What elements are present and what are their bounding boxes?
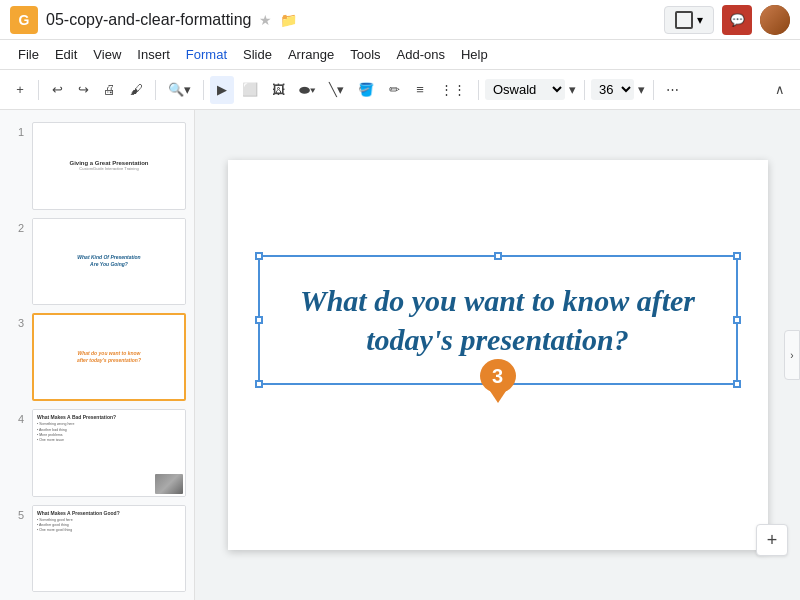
step-number: 3 xyxy=(480,359,516,393)
title-bar-left: G 05-copy-and-clear-formatting ★ 📁 xyxy=(10,6,664,34)
slide-item-5[interactable]: 5 What Makes A Presentation Good? • Some… xyxy=(0,501,194,597)
image-button[interactable]: 🖼 xyxy=(266,76,291,104)
title-bar: G 05-copy-and-clear-formatting ★ 📁 ▾ 💬 xyxy=(0,0,800,40)
handle-top-center[interactable] xyxy=(494,252,502,260)
handle-bottom-right[interactable] xyxy=(733,380,741,388)
slide-num-2: 2 xyxy=(8,222,24,234)
slide2-text: What Kind Of PresentationAre You Going? xyxy=(77,254,140,268)
fill-button[interactable]: 🪣 xyxy=(352,76,380,104)
font-dropdown-arrow[interactable]: ▾ xyxy=(567,82,578,97)
handle-left-center[interactable] xyxy=(255,316,263,324)
comments-button[interactable]: 💬 xyxy=(722,5,752,35)
menu-addons[interactable]: Add-ons xyxy=(389,45,453,64)
user-avatar[interactable] xyxy=(760,5,790,35)
lines-align-button[interactable]: ≡ xyxy=(408,76,432,104)
more-toolbar-button[interactable]: ⋯ xyxy=(660,76,685,104)
collapse-toolbar-button[interactable]: ∧ xyxy=(768,76,792,104)
redo-button[interactable]: ↪ xyxy=(71,76,95,104)
toolbar-separator-6 xyxy=(653,80,654,100)
slide-item-2[interactable]: 2 What Kind Of PresentationAre You Going… xyxy=(0,214,194,310)
handle-bottom-left[interactable] xyxy=(255,380,263,388)
slide-item-4[interactable]: 4 What Makes A Bad Presentation? • Somet… xyxy=(0,405,194,501)
menu-slide[interactable]: Slide xyxy=(235,45,280,64)
slide-num-3: 3 xyxy=(8,317,24,329)
menu-bar: File Edit View Insert Format Slide Arran… xyxy=(0,40,800,70)
menu-file[interactable]: File xyxy=(10,45,47,64)
present-button[interactable]: ▾ xyxy=(664,6,714,34)
menu-view[interactable]: View xyxy=(85,45,129,64)
font-selector[interactable]: Oswald xyxy=(485,79,565,100)
sidebar-toggle-button[interactable]: › xyxy=(784,330,800,380)
shapes-button[interactable]: ⬬▾ xyxy=(293,76,321,104)
paint-format-button[interactable]: 🖌 xyxy=(124,76,149,104)
slide-item-1[interactable]: 1 Giving a Great Presentation CustomGuid… xyxy=(0,118,194,214)
menu-tools[interactable]: Tools xyxy=(342,45,388,64)
slide-num-4: 4 xyxy=(8,413,24,425)
google-slides-icon: G xyxy=(10,6,38,34)
slide-num-1: 1 xyxy=(8,126,24,138)
slide1-subtitle: CustomGuide Interactive Training xyxy=(79,166,138,171)
toolbar-separator-2 xyxy=(155,80,156,100)
step-badge: 3 xyxy=(480,359,516,403)
slide-canvas[interactable]: What do you want to know after today's p… xyxy=(228,160,768,550)
print-button[interactable]: 🖨 xyxy=(97,76,122,104)
folder-icon[interactable]: 📁 xyxy=(280,12,297,28)
toolbar-separator-4 xyxy=(478,80,479,100)
slide-thumb-2[interactable]: What Kind Of PresentationAre You Going? xyxy=(32,218,186,306)
canvas-area: What do you want to know after today's p… xyxy=(195,110,800,600)
size-dropdown-arrow[interactable]: ▾ xyxy=(636,82,647,97)
document-title[interactable]: 05-copy-and-clear-formatting xyxy=(46,11,251,29)
zoom-button[interactable]: 🔍▾ xyxy=(162,76,197,104)
toolbar-separator-5 xyxy=(584,80,585,100)
menu-insert[interactable]: Insert xyxy=(129,45,178,64)
handle-top-right[interactable] xyxy=(733,252,741,260)
present-icon xyxy=(675,11,693,29)
slide-thumb-5[interactable]: What Makes A Presentation Good? • Someth… xyxy=(32,505,186,593)
present-dropdown-arrow[interactable]: ▾ xyxy=(697,13,703,27)
pen-button[interactable]: ✏ xyxy=(382,76,406,104)
toolbar: + ↩ ↪ 🖨 🖌 🔍▾ ▶ ⬜ 🖼 ⬬▾ ╲▾ 🪣 ✏ ≡ ⋮⋮ Oswald… xyxy=(0,70,800,110)
cursor-tool-button[interactable]: ▶ xyxy=(210,76,234,104)
slide3-text: What do you want to knowafter today's pr… xyxy=(77,350,141,364)
slide4-title: What Makes A Bad Presentation? xyxy=(37,414,181,420)
slide5-bullets: • Something good here• Another good thin… xyxy=(37,518,181,534)
text-box-border: What do you want to know after today's p… xyxy=(258,255,738,385)
add-button[interactable]: + xyxy=(8,76,32,104)
menu-edit[interactable]: Edit xyxy=(47,45,85,64)
star-icon[interactable]: ★ xyxy=(259,12,272,28)
slide-num-5: 5 xyxy=(8,509,24,521)
slide4-image xyxy=(155,474,183,494)
toolbar-separator-1 xyxy=(38,80,39,100)
main-content: 1 Giving a Great Presentation CustomGuid… xyxy=(0,110,800,600)
text-box-wrapper[interactable]: What do you want to know after today's p… xyxy=(258,255,738,385)
add-slide-button[interactable]: + xyxy=(756,524,788,556)
slide-main-text: What do you want to know after today's p… xyxy=(280,281,716,359)
font-size-selector[interactable]: 36 xyxy=(591,79,634,100)
slide-thumb-3[interactable]: What do you want to knowafter today's pr… xyxy=(32,313,186,401)
menu-arrange[interactable]: Arrange xyxy=(280,45,342,64)
slide-panel: 1 Giving a Great Presentation CustomGuid… xyxy=(0,110,195,600)
slide-item-3[interactable]: 3 What do you want to knowafter today's … xyxy=(0,309,194,405)
undo-button[interactable]: ↩ xyxy=(45,76,69,104)
cols-button[interactable]: ⋮⋮ xyxy=(434,76,472,104)
slide-thumb-4[interactable]: What Makes A Bad Presentation? • Somethi… xyxy=(32,409,186,497)
slide-thumb-1[interactable]: Giving a Great Presentation CustomGuide … xyxy=(32,122,186,210)
toolbar-separator-3 xyxy=(203,80,204,100)
handle-right-center[interactable] xyxy=(733,316,741,324)
title-bar-right: ▾ 💬 xyxy=(664,5,790,35)
menu-help[interactable]: Help xyxy=(453,45,496,64)
menu-format[interactable]: Format xyxy=(178,45,235,64)
handle-top-left[interactable] xyxy=(255,252,263,260)
line-button[interactable]: ╲▾ xyxy=(323,76,350,104)
slide5-title: What Makes A Presentation Good? xyxy=(37,510,181,516)
text-box-button[interactable]: ⬜ xyxy=(236,76,264,104)
slide4-bullets: • Something wrong here• Another bad thin… xyxy=(37,422,181,443)
